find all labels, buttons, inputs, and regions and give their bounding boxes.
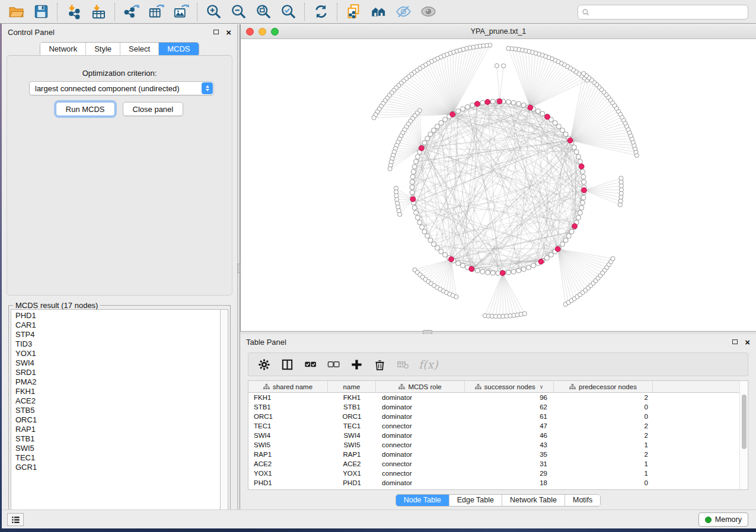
network-node[interactable] [511,270,516,274]
save-session-button[interactable] [28,2,53,22]
network-node[interactable] [425,233,430,238]
network-node[interactable] [535,109,540,114]
network-node[interactable] [563,132,568,137]
network-node[interactable] [470,103,475,108]
tab-motifs[interactable]: Motifs [565,495,600,506]
network-node[interactable] [611,257,615,261]
clone-network-button[interactable] [341,2,366,22]
tab-style[interactable]: Style [86,43,120,56]
network-node[interactable] [522,312,527,316]
function-builder-button[interactable]: f(x) [419,358,438,371]
tab-node-table[interactable]: Node Table [396,495,449,506]
zoom-selected-button[interactable] [276,2,301,22]
table-row[interactable]: ACE2 ACE2 connector 31 1 [248,459,748,469]
network-node[interactable] [414,210,419,215]
network-node[interactable] [576,155,581,159]
mcds-result-item[interactable]: SWI4 [15,358,220,368]
network-node[interactable] [516,268,521,273]
search-input[interactable] [592,8,744,17]
tab-network-table[interactable]: Network Table [502,495,565,506]
mcds-hub-node[interactable] [500,270,505,275]
network-node[interactable] [388,166,392,171]
zoom-fit-button[interactable] [251,2,276,22]
mcds-result-item[interactable]: ORC1 [15,415,220,425]
column-header[interactable]: MCDS role [376,381,465,392]
mcds-hub-node[interactable] [579,164,584,169]
criterion-select[interactable]: largest connected component (undirected) [29,81,214,95]
network-node[interactable] [490,99,495,104]
mcds-result-item[interactable]: CAR1 [15,321,220,330]
mcds-result-item[interactable]: ACE2 [15,396,220,406]
table-row[interactable]: SWI4 SWI4 dominator 46 2 [248,431,748,440]
network-node[interactable] [531,263,536,268]
network-node[interactable] [516,101,521,106]
mcds-result-item[interactable]: SWI5 [15,444,220,453]
network-node[interactable] [398,212,402,216]
mcds-hub-node[interactable] [567,138,573,143]
network-node[interactable] [581,175,586,180]
first-neighbors-button[interactable] [366,2,391,22]
table-row[interactable]: PHD1 PHD1 dominator 18 0 [248,478,748,488]
network-node[interactable] [521,267,526,271]
network-node[interactable] [557,124,562,129]
network-node[interactable] [431,128,436,133]
export-image-button[interactable] [168,2,193,22]
mcds-hub-node[interactable] [572,223,578,229]
mcds-result-item[interactable]: GCR1 [15,463,220,472]
network-node[interactable] [553,120,557,125]
mcds-hub-node[interactable] [582,188,587,193]
mcds-result-item[interactable]: YOX1 [15,349,220,358]
network-node[interactable] [412,164,417,169]
network-node[interactable] [578,159,582,164]
network-node[interactable] [435,246,439,251]
export-network-button[interactable] [119,2,143,22]
columns-button[interactable] [280,357,294,371]
network-node[interactable] [574,149,579,154]
table-row[interactable]: STB1 STB1 dominator 62 0 [248,402,748,412]
network-node[interactable] [506,100,511,104]
float-panel-icon[interactable] [732,339,738,344]
mcds-hub-node[interactable] [497,99,502,104]
result-list-scrollbar[interactable] [221,309,228,519]
mcds-result-item[interactable]: PHD1 [15,311,220,321]
network-node[interactable] [576,215,581,220]
table-row[interactable]: RAP1 RAP1 dominator 35 2 [248,450,748,459]
network-node[interactable] [410,175,415,180]
mcds-hub-node[interactable] [449,257,454,262]
network-node[interactable] [415,155,420,159]
deselect-all-button[interactable] [326,357,340,371]
network-node[interactable] [511,100,516,105]
mcds-result-item[interactable]: FKH1 [15,387,220,396]
network-graph-canvas[interactable] [241,39,756,331]
tab-edge-table[interactable]: Edge Table [449,495,502,506]
network-node[interactable] [540,111,545,116]
network-node[interactable] [506,270,511,275]
tab-mcds[interactable]: MCDS [159,43,198,56]
network-node[interactable] [486,270,490,275]
network-node[interactable] [410,180,414,184]
mcds-result-item[interactable]: SRD1 [15,368,220,377]
network-node[interactable] [456,109,461,114]
import-network-button[interactable] [61,2,86,22]
import-table-button[interactable] [86,2,111,22]
network-node[interactable] [582,180,586,184]
network-node[interactable] [415,215,420,220]
network-node[interactable] [490,271,495,275]
network-node[interactable] [460,107,465,111]
table-row[interactable]: ORC1 ORC1 dominator 61 0 [248,412,748,421]
mcds-result-item[interactable]: STB1 [15,434,220,444]
network-node[interactable] [439,120,444,125]
hide-selected-button[interactable] [391,2,416,22]
network-node[interactable] [569,229,574,234]
apply-preferred-layout-button[interactable] [308,2,333,22]
network-node[interactable] [414,159,419,164]
column-header[interactable]: shared name [248,381,328,392]
table-row[interactable]: SWI5 SWI5 connector 43 1 [248,440,748,450]
open-file-button[interactable] [4,2,28,22]
memory-button[interactable]: Memory [698,512,748,527]
network-node[interactable] [417,220,422,225]
network-node[interactable] [560,128,565,133]
close-panel-icon[interactable]: × [226,28,231,37]
network-node[interactable] [581,195,586,200]
mcds-result-item[interactable]: TEC1 [15,453,220,463]
